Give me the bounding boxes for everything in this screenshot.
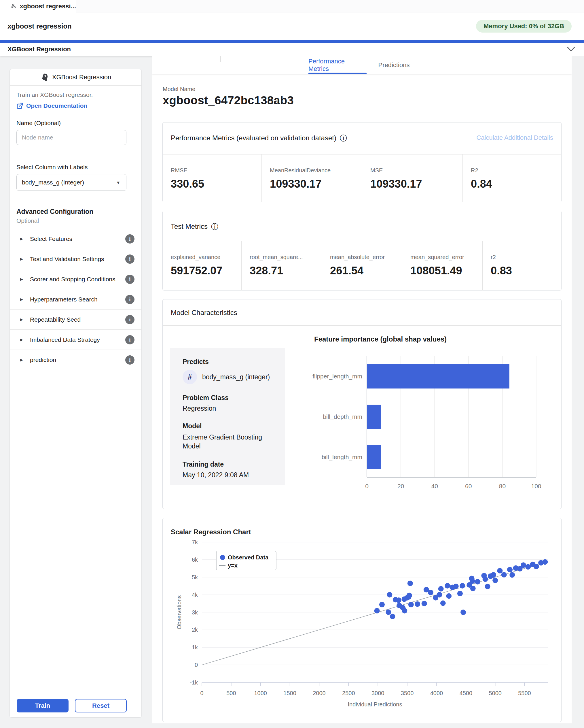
metric-value: 261.54 <box>330 265 402 277</box>
main-panel: Performance Metrics Predictions Model Na… <box>152 56 572 723</box>
svg-text:1500: 1500 <box>283 690 296 696</box>
metric-label: explained_variance <box>171 254 241 261</box>
info-circle-icon[interactable]: ⓘ <box>340 135 347 142</box>
page-gutter <box>572 56 584 728</box>
accordion-scorer-stopping[interactable]: ▶ Scorer and Stopping Conditions i <box>10 269 141 289</box>
metric-value: 591752.07 <box>171 265 241 277</box>
svg-text:4k: 4k <box>192 592 198 598</box>
scalar-regression-card: Scalar Regression Chart -1k01k2k3k4k5k6k… <box>162 518 561 722</box>
accordion-imbalanced-data[interactable]: ▶ Imbalanced Data Strategy i <box>10 330 141 350</box>
memory-usage-badge: Memory Used: 0% of 32GB <box>476 20 572 32</box>
metric-cell: R2 0.84 <box>463 154 561 202</box>
caret-right-icon: ▶ <box>20 277 23 281</box>
external-link-icon <box>17 102 23 109</box>
info-icon[interactable]: i <box>125 315 135 324</box>
model-type-label: Model <box>183 422 276 430</box>
svg-text:bill_length_mm: bill_length_mm <box>322 453 362 461</box>
caret-right-icon: ▶ <box>20 337 23 342</box>
svg-text:Observed Data: Observed Data <box>228 554 269 561</box>
toolbar-divider <box>69 12 69 40</box>
info-icon[interactable]: i <box>125 234 135 243</box>
metric-label: root_mean_square... <box>250 254 322 261</box>
svg-text:0: 0 <box>195 662 198 668</box>
model-name-value: xgboost_6472bc138ab3 <box>163 94 294 107</box>
metric-label: MSE <box>370 167 463 174</box>
flow-diagram-icon <box>11 2 16 10</box>
info-circle-icon[interactable]: ⓘ <box>211 223 218 230</box>
metric-cell: mean_squared_error 108051.49 <box>402 241 483 290</box>
caret-right-icon: ▶ <box>20 237 23 241</box>
accordion-select-features[interactable]: ▶ Select Features i <box>10 229 141 249</box>
svg-text:0: 0 <box>200 690 203 696</box>
scalar-regression-chart: -1k01k2k3k4k5k6k7k0500100015002000250030… <box>173 538 556 717</box>
accordion-test-validation[interactable]: ▶ Test and Validation Settings i <box>10 249 141 269</box>
problem-class-value: Regression <box>183 405 276 412</box>
metric-cell: r2 0.83 <box>483 241 561 290</box>
training-date-label: Training date <box>183 461 276 468</box>
predicts-label: Predicts <box>183 358 276 366</box>
metric-cell: explained_variance 591752.07 <box>163 241 242 290</box>
accordion-hyperparameters[interactable]: ▶ Hyperparameters Search i <box>10 289 141 310</box>
toolbar-title: xgboost regression <box>7 12 72 40</box>
info-icon[interactable]: i <box>125 335 135 344</box>
panel-notch <box>212 56 221 62</box>
svg-text:5k: 5k <box>192 574 198 580</box>
toolbar: xgboost regression Memory Used: 0% of 32… <box>0 12 584 40</box>
train-button[interactable]: Train <box>17 699 68 712</box>
svg-text:3500: 3500 <box>401 690 414 696</box>
training-date-value: May 10, 2022 9:08 AM <box>183 471 276 479</box>
browser-tab[interactable]: xgboost regressi... <box>0 0 76 12</box>
sidebar-header: XGBoost Regression <box>10 69 141 85</box>
sidebar-description: Train an XGBoost regressor. <box>10 85 141 98</box>
browser-tab-bar: xgboost regressi... <box>0 0 584 12</box>
sidebar-footer: Train Reset <box>10 694 141 717</box>
metric-label: mean_absolute_error <box>330 254 402 261</box>
info-icon[interactable]: i <box>125 355 135 365</box>
svg-text:2k: 2k <box>192 627 198 633</box>
metric-value: 109330.17 <box>370 178 463 190</box>
node-name-input[interactable] <box>17 130 127 145</box>
tabs-strip: Performance Metrics Predictions <box>152 56 572 74</box>
label-column-label: Select Column with Labels <box>10 153 141 171</box>
svg-text:60: 60 <box>465 483 472 489</box>
test-metrics-card: Test Metrics ⓘ explained_variance 591752… <box>162 211 561 290</box>
name-field-label: Name (Optional) <box>10 109 141 127</box>
svg-text:bill_depth_mm: bill_depth_mm <box>323 413 362 420</box>
metric-cell: MeanResidualDeviance 109330.17 <box>262 154 362 202</box>
reset-button[interactable]: Reset <box>75 699 127 712</box>
caret-right-icon: ▶ <box>20 257 23 261</box>
feature-importance-chart: 020406080100flipper_length_mmbill_depth_… <box>303 347 562 497</box>
svg-text:flipper_length_mm: flipper_length_mm <box>312 373 362 380</box>
tab-predictions[interactable]: Predictions <box>378 56 410 74</box>
metric-value: 0.84 <box>471 178 561 190</box>
predicts-value: body_mass_g (integer) <box>202 373 270 381</box>
svg-text:1k: 1k <box>192 644 198 650</box>
accordion-repeatability-seed[interactable]: ▶ Repeatability Seed i <box>10 310 141 330</box>
problem-class-label: Problem Class <box>183 394 276 402</box>
svg-text:7k: 7k <box>192 539 198 545</box>
integer-type-icon: # <box>183 370 197 384</box>
accordion-prediction[interactable]: ▶ prediction i <box>10 350 141 370</box>
accordion-label: Test and Validation Settings <box>30 256 104 263</box>
metric-cell: MSE 109330.17 <box>362 154 463 202</box>
tab-performance-metrics[interactable]: Performance Metrics <box>308 56 367 74</box>
accordion-label: prediction <box>30 357 56 363</box>
accordion-label: Imbalanced Data Strategy <box>30 336 100 343</box>
svg-text:100: 100 <box>531 483 541 489</box>
svg-text:6k: 6k <box>192 556 198 563</box>
metric-label: r2 <box>491 254 561 261</box>
label-column-select[interactable]: body_mass_g (Integer) ▼ <box>17 174 127 191</box>
open-documentation-link[interactable]: Open Documentation <box>10 98 141 109</box>
label-column-value: body_mass_g (Integer) <box>22 179 84 186</box>
info-icon[interactable]: i <box>125 295 135 304</box>
metric-label: R2 <box>471 167 561 174</box>
info-icon[interactable]: i <box>125 275 135 284</box>
test-card-title: Test Metrics ⓘ <box>171 223 561 231</box>
chevron-down-icon[interactable] <box>566 45 576 54</box>
advanced-config-subtitle: Optional <box>10 215 141 229</box>
model-characteristics-card: Model Characteristics Predicts # body_ma… <box>162 299 561 509</box>
svg-text:20: 20 <box>397 483 404 489</box>
info-icon[interactable]: i <box>125 255 135 264</box>
calculate-additional-details-action[interactable]: Calculate Additional Details <box>476 134 553 141</box>
svg-text:Observations: Observations <box>176 595 182 629</box>
